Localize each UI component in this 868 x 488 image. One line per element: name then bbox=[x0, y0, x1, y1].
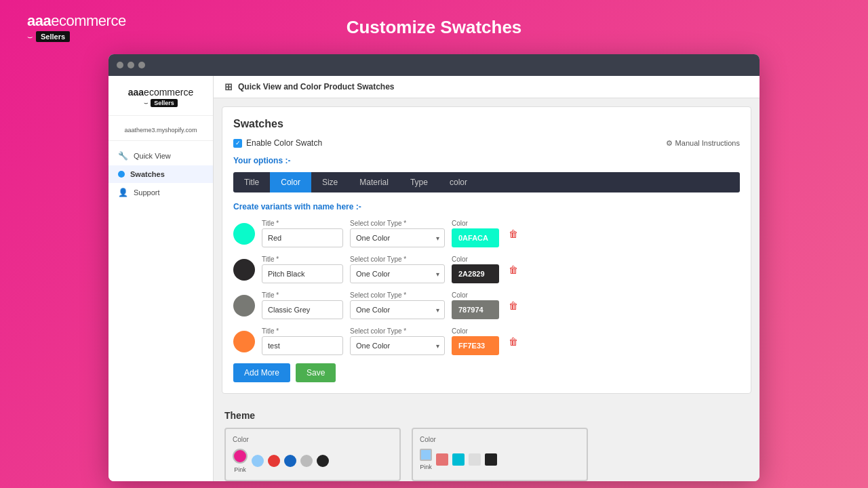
browser-chrome bbox=[108, 54, 760, 76]
browser-dot-2 bbox=[127, 62, 134, 68]
theme-section: Theme Color Pink bbox=[214, 402, 760, 481]
theme-card-1-label: Color bbox=[233, 436, 393, 443]
color-label-2: Color bbox=[452, 256, 499, 263]
title-label-3: Title * bbox=[262, 291, 343, 299]
color-preview-3 bbox=[233, 295, 255, 317]
swatch-red-sq[interactable] bbox=[436, 453, 448, 466]
field-group-select-1: Select color Type * One Color Two Colors bbox=[350, 220, 445, 247]
save-button[interactable]: Save bbox=[296, 363, 336, 382]
color-chip-3[interactable]: 787974 bbox=[452, 300, 499, 319]
title-input-2[interactable] bbox=[262, 264, 343, 283]
logo-area: aaaecommerce ⌣ Sellers bbox=[27, 12, 126, 42]
theme-title: Theme bbox=[224, 410, 749, 421]
swatches-section-title: Swatches bbox=[233, 118, 740, 130]
sidebar-item-support[interactable]: 👤 Support bbox=[108, 183, 213, 202]
swatch-blue[interactable] bbox=[284, 455, 296, 467]
swatch-pink[interactable] bbox=[233, 449, 248, 464]
sidebar-smile: ⌣ bbox=[144, 99, 149, 107]
field-group-title-1: Title * bbox=[262, 220, 343, 247]
enable-label: Enable Color Swatch bbox=[246, 138, 322, 148]
swatch-red[interactable] bbox=[268, 455, 280, 467]
field-group-select-2: Select color Type * One Color Two Colors bbox=[350, 256, 445, 283]
field-group-select-3: Select color Type * One Color Two Colors bbox=[350, 291, 445, 319]
theme-swatches-1: Pink bbox=[233, 449, 393, 473]
field-group-select-4: Select color Type * One Color Two Colors bbox=[350, 327, 445, 355]
select-wrapper-1: One Color Two Colors bbox=[350, 228, 445, 247]
sidebar-logo-text: aaaecommerce bbox=[115, 87, 206, 98]
color-preview-2 bbox=[233, 259, 255, 281]
browser-dot-3 bbox=[138, 62, 145, 68]
title-input-4[interactable] bbox=[262, 336, 343, 355]
delete-btn-4[interactable]: 🗑 bbox=[506, 333, 521, 350]
title-label-4: Title * bbox=[262, 327, 343, 335]
color-chip-2[interactable]: 2A2829 bbox=[452, 264, 499, 283]
swatch-lightblue-sq[interactable] bbox=[420, 449, 432, 461]
title-input-3[interactable] bbox=[262, 300, 343, 319]
swatch-grey[interactable] bbox=[300, 455, 313, 467]
manual-instructions-text: Manual Instructions bbox=[675, 139, 740, 147]
enable-checkbox[interactable]: ✓ bbox=[233, 139, 242, 148]
select-wrapper-3: One Color Two Colors bbox=[350, 300, 445, 319]
browser-window: aaaecommerce ⌣ Sellers aaatheme3.myshopi… bbox=[108, 54, 760, 481]
field-group-title-2: Title * bbox=[262, 256, 343, 283]
wrench-icon: 🔧 bbox=[118, 151, 128, 161]
happy-sellers-badge: Sellers bbox=[36, 31, 70, 42]
tab-material[interactable]: Material bbox=[349, 172, 399, 192]
swatch-lightblue[interactable] bbox=[252, 455, 264, 467]
top-header: aaaecommerce ⌣ Sellers Customize Swatche… bbox=[0, 0, 868, 54]
user-icon: 👤 bbox=[118, 188, 128, 197]
color-label-4: Color bbox=[452, 327, 499, 335]
sidebar-item-swatches[interactable]: Swatches bbox=[108, 165, 213, 183]
sidebar-item-quickview[interactable]: 🔧 Quick View bbox=[108, 146, 213, 165]
theme-card-2-label: Color bbox=[420, 436, 580, 443]
select-label-1: Select color Type * bbox=[350, 220, 445, 227]
select-wrapper-4: One Color Two Colors bbox=[350, 336, 445, 355]
select-label-4: Select color Type * bbox=[350, 327, 445, 335]
logo-smile: ⌣ bbox=[27, 31, 33, 42]
main-content: ⊞ Quick View and Color Product Swatches … bbox=[214, 76, 760, 481]
gear-icon: ⚙ bbox=[666, 139, 673, 148]
color-chip-4[interactable]: FF7E33 bbox=[452, 336, 499, 355]
color-chip-1[interactable]: 0AFACA bbox=[452, 228, 499, 247]
enable-check[interactable]: ✓ Enable Color Swatch bbox=[233, 138, 322, 148]
delete-btn-2[interactable]: 🗑 bbox=[506, 262, 521, 278]
title-input-1[interactable] bbox=[262, 228, 343, 247]
add-more-button[interactable]: Add More bbox=[233, 363, 290, 382]
tab-color[interactable]: Color bbox=[270, 172, 311, 192]
browser-body: aaaecommerce ⌣ Sellers aaatheme3.myshopi… bbox=[108, 76, 760, 481]
field-group-color-4: Color FF7E33 bbox=[452, 327, 499, 355]
delete-btn-3[interactable]: 🗑 bbox=[506, 298, 521, 314]
select-color-type-4[interactable]: One Color Two Colors bbox=[350, 336, 445, 355]
theme-swatches-2: Pink bbox=[420, 449, 580, 470]
field-group-color-2: Color 2A2829 bbox=[452, 256, 499, 283]
color-row-2: Title * Select color Type * One Color Tw… bbox=[233, 256, 740, 283]
swatch-white-sq[interactable] bbox=[469, 453, 481, 466]
delete-btn-1[interactable]: 🗑 bbox=[506, 226, 521, 242]
swatch-teal-sq[interactable] bbox=[452, 453, 465, 466]
sidebar-label-quickview: Quick View bbox=[134, 152, 171, 160]
dot-icon bbox=[118, 171, 125, 178]
tab-size[interactable]: Size bbox=[311, 172, 349, 192]
select-color-type-3[interactable]: One Color Two Colors bbox=[350, 300, 445, 319]
title-label-2: Title * bbox=[262, 256, 343, 263]
swatch-black-sq[interactable] bbox=[485, 453, 497, 466]
select-label-2: Select color Type * bbox=[350, 256, 445, 263]
sidebar-logo-sub: ⌣ Sellers bbox=[115, 99, 206, 107]
tab-title[interactable]: Title bbox=[233, 172, 270, 192]
sidebar-logo: aaaecommerce ⌣ Sellers bbox=[108, 87, 213, 116]
grid-icon: ⊞ bbox=[224, 81, 233, 92]
select-color-type-1[interactable]: One Color Two Colors bbox=[350, 228, 445, 247]
select-color-type-2[interactable]: One Color Two Colors bbox=[350, 264, 445, 283]
sidebar-label-support: Support bbox=[134, 188, 160, 197]
color-label-1: Color bbox=[452, 220, 499, 227]
sidebar-logo-bold: aaa bbox=[128, 87, 144, 98]
manual-instructions-link[interactable]: ⚙ Manual Instructions bbox=[666, 139, 740, 148]
tabs-bar: Title Color Size Material Type color bbox=[233, 172, 740, 192]
tab-type[interactable]: Type bbox=[399, 172, 439, 192]
tab-color2[interactable]: color bbox=[439, 172, 478, 192]
theme-card-1: Color Pink bbox=[224, 428, 401, 481]
color-row-3: Title * Select color Type * One Color Tw… bbox=[233, 291, 740, 319]
swatch-black[interactable] bbox=[317, 455, 329, 467]
app-header-title: Quick View and Color Product Swatches bbox=[238, 82, 395, 92]
button-row: Add More Save bbox=[233, 363, 740, 382]
